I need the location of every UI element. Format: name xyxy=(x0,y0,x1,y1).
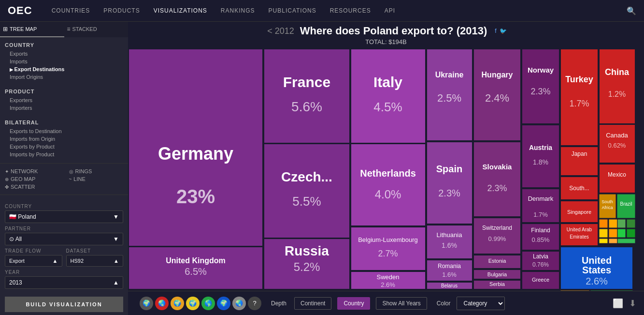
svg-text:Finland: Finland xyxy=(531,227,550,234)
continent-icon-mideast[interactable]: 🌍 xyxy=(186,297,200,310)
sidebar-bilateral-label[interactable]: BILATERAL xyxy=(5,118,123,127)
year-select[interactable]: 2013 ▲ xyxy=(5,276,123,289)
logo[interactable]: OEC xyxy=(8,4,32,17)
depth-continent-button[interactable]: Continent xyxy=(294,297,331,310)
search-icon[interactable]: 🔍 xyxy=(627,6,636,15)
viz-type-network[interactable]: ✦ NETWORK xyxy=(5,167,59,175)
svg-text:France: France xyxy=(283,74,330,90)
sidebar-bilateral-items: Exports to Destination Imports from Orig… xyxy=(5,127,123,158)
viz-type-line[interactable]: ~ LINE xyxy=(69,175,124,183)
viz-type-rings[interactable]: ◎ RINGS xyxy=(69,167,124,175)
continent-icon-all[interactable]: 🌍 xyxy=(140,297,153,310)
build-visualization-button[interactable]: BUILD VISUALIZATION xyxy=(5,297,123,312)
sidebar-item-exporters[interactable]: Exporters xyxy=(10,96,123,104)
svg-text:2.6%: 2.6% xyxy=(381,281,395,288)
treemap-container: Germany 23% United Kingdom 6.5% France 5… xyxy=(128,48,644,291)
trade-flow-select[interactable]: Export ▲ xyxy=(5,255,62,267)
svg-text:Canada: Canada xyxy=(606,132,628,139)
country-select[interactable]: 🇵🇱 Poland ▼ xyxy=(5,210,123,223)
svg-text:Latvia: Latvia xyxy=(533,253,548,260)
nav-rankings[interactable]: RANKINGS xyxy=(221,7,255,14)
sidebar-bilateral-section: BILATERAL Exports to Destination Imports… xyxy=(0,115,128,161)
partner-select[interactable]: ⊙ All ▼ xyxy=(5,233,123,245)
svg-text:0.99%: 0.99% xyxy=(488,235,506,242)
nav-api[interactable]: API xyxy=(385,7,395,14)
sidebar: ⊞ TREE MAP ≡ STACKED COUNTRY Exports Imp… xyxy=(0,22,128,315)
rings-icon: ◎ xyxy=(69,169,73,174)
show-all-years-button[interactable]: Show All Years xyxy=(376,297,427,310)
svg-text:Emirates: Emirates xyxy=(570,234,588,240)
svg-text:Greece: Greece xyxy=(532,277,549,283)
dataset-select[interactable]: HS92 ▲ xyxy=(66,255,124,267)
svg-text:0.85%: 0.85% xyxy=(532,236,550,243)
svg-text:1.8%: 1.8% xyxy=(533,158,548,166)
dataset-label: DATASET xyxy=(66,248,124,254)
trade-flow-label: TRADE FLOW xyxy=(5,248,62,254)
svg-rect-110 xyxy=(599,239,608,243)
sidebar-item-import-origins[interactable]: Import Origins xyxy=(10,73,123,81)
svg-text:Hungary: Hungary xyxy=(482,71,513,79)
nav-publications[interactable]: PUBLICATIONS xyxy=(269,7,316,14)
tab-tree-map[interactable]: ⊞ TREE MAP xyxy=(0,22,64,37)
color-select[interactable]: Category xyxy=(457,297,505,310)
continent-icon-americas[interactable]: 🌎 xyxy=(201,297,215,310)
tab-stacked[interactable]: ≡ STACKED xyxy=(64,22,129,37)
svg-text:Mexico: Mexico xyxy=(608,171,626,178)
svg-text:2.7%: 2.7% xyxy=(378,249,398,258)
svg-text:1.7%: 1.7% xyxy=(533,211,548,218)
svg-text:China: China xyxy=(605,67,630,77)
svg-text:0.76%: 0.76% xyxy=(532,261,549,268)
svg-rect-103 xyxy=(609,219,617,228)
chevron-up-icon: ▲ xyxy=(113,279,119,286)
sidebar-item-exports[interactable]: Exports xyxy=(10,50,123,58)
facebook-icon[interactable]: f xyxy=(495,28,496,34)
nav-products[interactable]: PRODUCTS xyxy=(103,7,140,14)
sidebar-item-importers[interactable]: Importers xyxy=(10,104,123,112)
tree-map-icon: ⊞ xyxy=(3,26,8,32)
sidebar-product-label[interactable]: PRODUCT xyxy=(5,87,123,96)
svg-text:Spain: Spain xyxy=(436,164,462,174)
svg-text:Bulgaria: Bulgaria xyxy=(487,271,507,277)
svg-rect-111 xyxy=(609,239,617,243)
svg-text:Turkey: Turkey xyxy=(565,75,593,84)
prev-year-arrow[interactable]: < 2012 xyxy=(265,26,296,36)
svg-text:Africa: Africa xyxy=(601,205,613,210)
svg-text:Netherlands: Netherlands xyxy=(360,168,416,179)
viz-type-col-1: ✦ NETWORK ⊕ GEO MAP ✤ SCATTER xyxy=(0,165,64,193)
continent-icon-africa[interactable]: 🌍 xyxy=(171,297,184,310)
social-icons: f 🐦 xyxy=(495,28,506,34)
svg-text:2.3%: 2.3% xyxy=(487,183,507,193)
sidebar-item-exports-product[interactable]: Exports by Product xyxy=(10,143,123,150)
svg-text:Romania: Romania xyxy=(438,263,461,270)
nav-links: COUNTRIES PRODUCTS VISUALIZATIONS RANKIN… xyxy=(52,7,627,14)
svg-text:Estonia: Estonia xyxy=(488,258,507,264)
content-nav-row: < 2012 Where does Poland export to? (201… xyxy=(128,25,644,37)
sidebar-item-imports-product[interactable]: Imports by Product xyxy=(10,150,123,158)
svg-text:1.2%: 1.2% xyxy=(608,90,626,98)
continent-icon-europe[interactable]: 🌍 xyxy=(217,297,230,310)
share-icon[interactable]: ⬜ xyxy=(613,298,623,309)
controls: COUNTRY 🇵🇱 Poland ▼ PARTNER ⊙ All ▼ TRAD… xyxy=(0,197,128,293)
depth-country-button[interactable]: Country xyxy=(337,297,370,310)
viz-type-scatter[interactable]: ✤ SCATTER xyxy=(5,183,59,191)
svg-text:Czech...: Czech... xyxy=(281,169,332,184)
sidebar-item-export-destinations[interactable]: Export Destinations xyxy=(10,65,123,73)
continent-icon-unknown[interactable]: ? xyxy=(248,297,261,310)
twitter-icon[interactable]: 🐦 xyxy=(500,28,507,34)
svg-rect-59 xyxy=(522,125,559,188)
continent-icon-oceania[interactable]: 🌏 xyxy=(232,297,246,310)
nav-visualizations[interactable]: VISUALIZATIONS xyxy=(154,7,207,14)
sidebar-item-exports-dest[interactable]: Exports to Destination xyxy=(10,127,123,135)
svg-rect-15 xyxy=(351,49,426,143)
sidebar-item-imports-origin[interactable]: Imports from Origin xyxy=(10,135,123,143)
download-icon[interactable]: ⬇ xyxy=(629,298,636,309)
svg-text:23%: 23% xyxy=(176,186,215,207)
svg-text:Denmark: Denmark xyxy=(528,195,554,202)
sidebar-item-imports[interactable]: Imports xyxy=(10,58,123,65)
viz-type-geomap[interactable]: ⊕ GEO MAP xyxy=(5,175,59,183)
nav-countries[interactable]: COUNTRIES xyxy=(52,7,90,14)
continent-icon-asia[interactable]: 🌏 xyxy=(155,297,169,310)
main-layout: ⊞ TREE MAP ≡ STACKED COUNTRY Exports Imp… xyxy=(0,22,644,315)
nav-resources[interactable]: RESOURCES xyxy=(330,7,371,14)
sidebar-country-label[interactable]: COUNTRY xyxy=(5,40,123,50)
